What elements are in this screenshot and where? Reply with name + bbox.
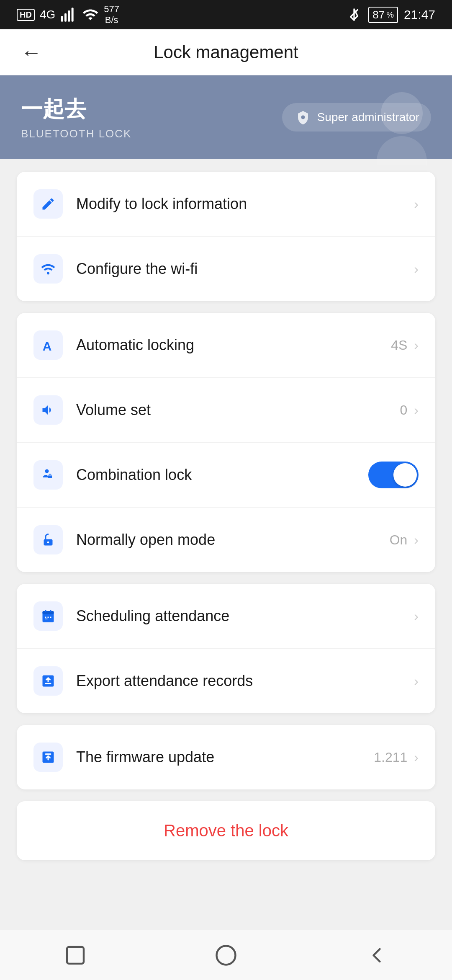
svg-rect-18	[67, 947, 84, 964]
chevron-icon: ›	[414, 402, 419, 418]
svg-point-4	[301, 116, 305, 119]
page-header: ← Lock management	[0, 29, 452, 75]
chevron-icon: ›	[414, 532, 419, 548]
volume-icon-box	[33, 395, 63, 425]
lock-open-icon-box	[33, 525, 63, 554]
svg-rect-11	[43, 611, 54, 614]
chevron-icon: ›	[414, 609, 419, 624]
combination-lock-toggle[interactable]	[368, 462, 419, 488]
menu-label-configure-wifi: Configure the wi-fi	[76, 260, 414, 278]
back-button[interactable]: ←	[17, 36, 46, 69]
nav-back-button[interactable]	[360, 939, 393, 972]
signal-icon	[60, 6, 77, 23]
status-right: 87 % 21:47	[346, 6, 435, 23]
avatar	[368, 92, 435, 159]
wifi-icon-box	[33, 254, 63, 284]
chevron-icon: ›	[414, 196, 419, 212]
chevron-icon: ›	[414, 261, 419, 277]
svg-point-7	[45, 469, 49, 473]
nav-spacer	[17, 872, 435, 931]
menu-label-combination-lock: Combination lock	[76, 466, 368, 484]
wifi-menu-icon	[41, 261, 56, 276]
time-display: 21:47	[404, 8, 435, 22]
chevron-icon: ›	[414, 750, 419, 765]
triangle-icon	[364, 943, 389, 968]
menu-label-volume-set: Volume set	[76, 401, 400, 419]
svg-rect-0	[61, 16, 63, 21]
menu-section-4: The firmware update 1.211 ›	[17, 725, 435, 789]
hd-badge: HD	[17, 9, 35, 21]
volume-icon	[41, 402, 56, 418]
upload-icon	[41, 750, 56, 765]
nav-square-button[interactable]	[59, 939, 92, 972]
remove-lock-button[interactable]: Remove the lock	[17, 801, 435, 860]
menu-label-normally-open: Normally open mode	[76, 531, 390, 549]
menu-item-modify-lock-info[interactable]: Modify to lock information ›	[17, 172, 435, 237]
lock-banner: 一起去 BLUETOOTH LOCK Super administrator	[0, 75, 452, 159]
menu-item-normally-open[interactable]: Normally open mode On ›	[17, 508, 435, 572]
svg-rect-2	[68, 10, 70, 22]
menu-item-combination-lock[interactable]: Combination lock	[17, 443, 435, 508]
svg-rect-13	[50, 610, 51, 612]
svg-point-19	[217, 946, 236, 965]
calendar-icon	[41, 609, 56, 624]
pencil-icon	[41, 196, 56, 211]
menu-section-1: Modify to lock information › Configure t…	[17, 172, 435, 301]
svg-rect-3	[72, 8, 74, 21]
network-indicator: 4G	[40, 8, 55, 21]
lock-type: BLUETOOTH LOCK	[21, 127, 131, 140]
svg-rect-15	[45, 683, 51, 684]
chevron-icon: ›	[414, 338, 419, 353]
person-lock-icon-box	[33, 460, 63, 490]
menu-section-2: A Automatic locking 4S › Volume set 0 ›	[17, 313, 435, 572]
navigation-bar	[0, 930, 452, 980]
bluetooth-icon	[346, 6, 362, 23]
square-icon	[63, 943, 88, 968]
normally-open-value: On	[390, 532, 408, 548]
menu-item-auto-locking[interactable]: A Automatic locking 4S ›	[17, 313, 435, 378]
menu-item-scheduling[interactable]: Scheduling attendance ›	[17, 584, 435, 649]
menu-label-auto-locking: Automatic locking	[76, 336, 391, 354]
svg-point-9	[47, 542, 49, 544]
pencil-icon-box	[33, 189, 63, 219]
menu-label-export-attendance: Export attendance records	[76, 672, 414, 690]
letter-a-icon: A	[40, 337, 56, 353]
svg-rect-1	[64, 13, 67, 22]
status-left: HD 4G 577 B/s	[17, 4, 119, 26]
svg-rect-12	[45, 610, 46, 612]
toggle-thumb	[393, 463, 417, 487]
menu-label-modify-lock-info: Modify to lock information	[76, 195, 414, 213]
chevron-icon: ›	[414, 673, 419, 689]
auto-locking-value: 4S	[391, 338, 407, 353]
menu-item-configure-wifi[interactable]: Configure the wi-fi ›	[17, 237, 435, 301]
circle-icon	[213, 943, 239, 968]
letter-a-icon-box: A	[33, 330, 63, 360]
svg-rect-17	[45, 753, 51, 755]
menu-label-firmware-update: The firmware update	[76, 748, 374, 766]
status-bar: HD 4G 577 B/s 87 % 21:47	[0, 0, 452, 29]
svg-point-5	[47, 272, 49, 275]
lock-name: 一起去	[21, 95, 131, 124]
calendar-icon-box	[33, 601, 63, 631]
volume-value: 0	[400, 402, 408, 418]
lock-info: 一起去 BLUETOOTH LOCK	[21, 95, 131, 140]
content-area: Modify to lock information › Configure t…	[0, 159, 452, 943]
menu-label-scheduling: Scheduling attendance	[76, 607, 414, 625]
menu-section-3: Scheduling attendance › Export attendanc…	[17, 584, 435, 713]
nav-home-button[interactable]	[209, 939, 243, 972]
menu-item-volume-set[interactable]: Volume set 0 ›	[17, 378, 435, 443]
upload-icon-box	[33, 743, 63, 772]
firmware-version: 1.211	[374, 750, 407, 765]
wifi-icon	[82, 6, 99, 23]
menu-item-firmware-update[interactable]: The firmware update 1.211 ›	[17, 725, 435, 789]
lock-open-icon	[41, 532, 56, 547]
export-icon-box	[33, 666, 63, 696]
menu-item-export-attendance[interactable]: Export attendance records ›	[17, 649, 435, 713]
shield-icon	[294, 108, 312, 126]
export-icon	[41, 673, 56, 689]
svg-text:A: A	[43, 339, 52, 353]
network-speed: 577 B/s	[104, 4, 119, 26]
page-title: Lock management	[154, 42, 298, 62]
person-lock-icon	[41, 467, 56, 482]
remove-lock-card: Remove the lock	[17, 801, 435, 860]
